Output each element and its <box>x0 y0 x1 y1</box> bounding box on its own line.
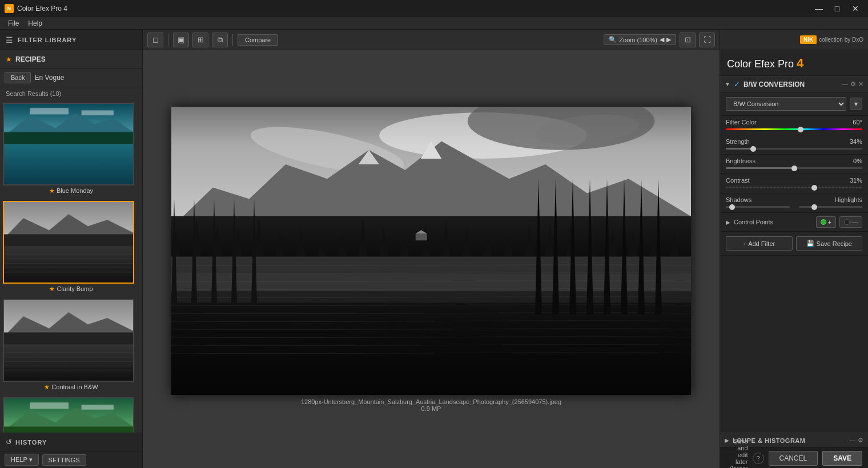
history-icon: ↺ <box>6 438 12 446</box>
contrast-label: Contrast <box>726 177 750 184</box>
contrast-track[interactable] <box>726 187 862 188</box>
contrast-slider-row: Contrast 31% <box>720 174 868 193</box>
filter-enabled-checkbox[interactable]: ✓ <box>734 80 740 88</box>
filter-settings-icon[interactable]: ⚙ <box>850 80 856 88</box>
help-button[interactable]: HELP ▾ <box>5 454 39 466</box>
compare-button[interactable]: Compare <box>238 34 278 46</box>
zoom-label: Zoom (100%) <box>619 37 657 43</box>
strength-thumb[interactable] <box>750 146 756 152</box>
brightness-track[interactable] <box>726 167 862 169</box>
highlights-thumb[interactable] <box>811 204 817 210</box>
close-button[interactable]: ✕ <box>847 2 863 15</box>
main-image-canvas <box>171 107 691 395</box>
save-recipe-button[interactable]: 💾 Save Recipe <box>796 236 863 251</box>
save-icon: 💾 <box>806 240 814 247</box>
strength-fill <box>726 148 753 150</box>
add-filter-button[interactable]: + Add Filter <box>726 236 793 251</box>
shadows-thumb[interactable] <box>729 204 735 210</box>
nav-title: En Vogue <box>34 74 64 82</box>
filter-color-label: Filter Color <box>726 119 757 126</box>
view-split-button[interactable]: ⊞ <box>192 33 208 47</box>
thumbnail-clarity-bump[interactable]: ★ Clarity Bump <box>3 201 139 294</box>
filter-library-header: ☰ FILTER LIBRARY <box>0 30 142 50</box>
back-button[interactable]: Back <box>5 72 31 83</box>
thumbnail-list: ★ Blue Monday ★ Clarity Bump ★ Contrast … <box>0 100 142 433</box>
shadows-highlights-row: Shadows Highlights <box>720 193 868 213</box>
minimize-button[interactable]: — <box>811 2 827 15</box>
thumb-label-3: ★ Contrast in B&W <box>3 382 139 393</box>
loupe-settings-icon[interactable]: ⚙ <box>858 437 863 444</box>
fit-button[interactable]: ⊡ <box>680 33 696 47</box>
control-point-dark-dot <box>844 219 850 225</box>
view-dual-button[interactable]: ⧉ <box>212 33 228 47</box>
add-control-point-button[interactable]: + <box>816 216 836 228</box>
search-results-label: Search Results (10) <box>0 87 142 100</box>
filter-header: ▼ ✓ B/W CONVERSION — ⚙ ✕ <box>720 76 868 92</box>
hamburger-icon[interactable]: ☰ <box>6 35 13 45</box>
remove-control-point-button[interactable]: — <box>839 216 862 228</box>
recipes-title: RECIPES <box>15 55 46 63</box>
filter-collapse-icon[interactable]: ▼ <box>725 81 730 87</box>
settings-button[interactable]: SETTINGS <box>42 454 86 466</box>
help-settings-bar: HELP ▾ SETTINGS <box>0 451 142 468</box>
thumbnail-4[interactable] <box>3 397 139 433</box>
loupe-title: LOUPE & HISTOGRAM <box>733 437 846 444</box>
shadows-track[interactable] <box>726 206 790 208</box>
chevron-left-icon[interactable]: ◀ <box>660 36 664 43</box>
strength-label: Strength <box>726 138 750 145</box>
chevron-right-icon[interactable]: ▶ <box>666 36 671 43</box>
menu-help[interactable]: Help <box>23 18 47 29</box>
control-points-expand-icon[interactable]: ▶ <box>726 219 730 225</box>
brightness-thumb[interactable] <box>791 166 797 171</box>
filter-section: ▼ ✓ B/W CONVERSION — ⚙ ✕ B/W Conversion … <box>720 76 868 433</box>
brightness-value: 0% <box>853 158 862 164</box>
filter-color-slider-row: Filter Color 60° <box>720 116 868 135</box>
thumbnail-blue-monday[interactable]: ★ Blue Monday <box>3 103 139 196</box>
filter-title: B/W CONVERSION <box>744 80 838 88</box>
filter-type-select[interactable]: B/W Conversion <box>726 97 846 111</box>
loupe-icons: — ⚙ <box>849 437 863 444</box>
cancel-button[interactable]: CANCEL <box>769 451 818 466</box>
strength-track[interactable] <box>726 148 862 150</box>
main-image-container: 1280px-Untersberg_Mountain_Salzburg_Aust… <box>171 107 691 412</box>
filter-header-icons: — ⚙ ✕ <box>842 80 863 88</box>
right-top-bar: NIK collection by DxO <box>720 30 868 50</box>
app-title-text: Color Efex Pro 4 <box>727 58 803 70</box>
thumbnail-contrast-bw[interactable]: ★ Contrast in B&W <box>3 299 139 393</box>
zoom-control[interactable]: 🔍 Zoom (100%) ◀ ▶ <box>604 34 676 45</box>
control-point-green-dot <box>821 219 826 225</box>
highlights-slider-wrap <box>799 206 863 208</box>
view-single-button[interactable]: ▣ <box>173 33 189 47</box>
control-points-row: ▶ Control Points + — <box>720 213 868 232</box>
menu-bar: File Help <box>0 17 868 30</box>
toolbar: ◻ ▣ ⊞ ⧉ Compare 🔍 Zoom (100%) ◀ ▶ ⊡ ⛶ <box>143 30 720 50</box>
right-app-title: Color Efex Pro 4 <box>720 50 868 76</box>
image-area: 1280px-Untersberg_Mountain_Salzburg_Aust… <box>143 50 720 468</box>
menu-file[interactable]: File <box>3 18 23 29</box>
filter-color-value: 60° <box>853 119 862 126</box>
filter-minimize-icon[interactable]: — <box>842 80 848 88</box>
title-text: Color Efex Pro 4 <box>17 5 811 13</box>
fullscreen-button[interactable]: ⛶ <box>699 33 715 47</box>
loupe-minimize-icon[interactable]: — <box>849 437 855 444</box>
recipes-header: ★ RECIPES <box>0 50 142 68</box>
window-controls: — □ ✕ <box>811 2 863 15</box>
highlights-label: Highlights <box>835 196 862 203</box>
filter-color-thumb[interactable] <box>798 127 803 132</box>
filter-library-title: FILTER LIBRARY <box>18 37 77 43</box>
toolbar-divider-1 <box>168 34 168 46</box>
save-button[interactable]: SAVE <box>822 451 862 466</box>
thumb-label-2: ★ Clarity Bump <box>3 284 139 294</box>
left-panel: ☰ FILTER LIBRARY ★ RECIPES Back En Vogue… <box>0 30 143 468</box>
filter-dropdown-arrow[interactable]: ▾ <box>850 98 862 110</box>
bottom-help-icon[interactable]: ? <box>753 453 764 464</box>
filter-color-track[interactable] <box>726 128 862 130</box>
contrast-thumb[interactable] <box>811 185 817 191</box>
bottom-bar: Save and edit later (larger files) ? CAN… <box>720 447 868 468</box>
filter-close-icon[interactable]: ✕ <box>858 80 863 88</box>
highlights-track[interactable] <box>799 206 863 208</box>
image-size: 0.9 MP <box>301 405 561 412</box>
maximize-button[interactable]: □ <box>829 2 845 15</box>
control-points-label: Control Points <box>734 219 813 225</box>
panel-toggle-button[interactable]: ◻ <box>147 33 163 47</box>
